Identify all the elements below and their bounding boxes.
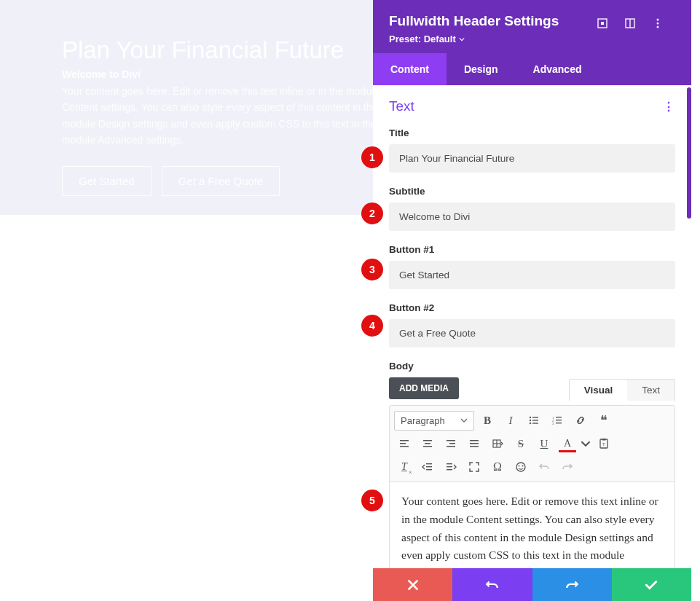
indent-icon[interactable] <box>441 457 461 477</box>
chevron-down-icon <box>459 36 465 42</box>
svg-rect-23 <box>425 443 430 444</box>
save-button[interactable] <box>612 568 691 601</box>
svg-rect-1 <box>601 22 604 25</box>
svg-point-4 <box>657 19 659 21</box>
redo-button[interactable] <box>532 568 612 601</box>
svg-rect-39 <box>426 469 432 470</box>
svg-rect-26 <box>449 443 455 444</box>
paragraph-select[interactable]: Paragraph <box>394 411 474 431</box>
editor-toolbar: Paragraph B I 123 ❝ S <box>389 405 675 482</box>
link-icon[interactable] <box>570 410 591 431</box>
emoji-icon[interactable] <box>511 457 531 477</box>
panel-header-icons <box>597 17 664 29</box>
svg-rect-27 <box>447 446 455 447</box>
numbered-list-icon[interactable]: 123 <box>547 410 567 431</box>
button2-field[interactable] <box>389 319 675 347</box>
svg-text:3: 3 <box>552 422 554 425</box>
svg-point-11 <box>530 423 531 424</box>
svg-rect-12 <box>532 423 538 423</box>
cancel-button[interactable] <box>373 568 452 601</box>
svg-rect-24 <box>423 446 432 447</box>
align-center-icon[interactable] <box>417 433 438 454</box>
editor-tab-text[interactable]: Text <box>627 380 675 401</box>
subtitle-field[interactable] <box>389 203 675 231</box>
align-left-icon[interactable] <box>394 433 414 454</box>
svg-point-9 <box>530 420 531 421</box>
add-media-button[interactable]: ADD MEDIA <box>389 377 459 399</box>
svg-rect-25 <box>447 440 455 441</box>
bold-icon[interactable]: B <box>477 410 498 431</box>
column-icon[interactable] <box>624 17 636 29</box>
svg-rect-20 <box>400 443 406 444</box>
editor-tab-visual[interactable]: Visual <box>570 380 628 401</box>
svg-rect-41 <box>447 466 452 467</box>
expand-icon[interactable] <box>597 17 608 29</box>
svg-text:T: T <box>602 442 605 447</box>
svg-rect-8 <box>532 417 538 417</box>
tab-content[interactable]: Content <box>373 53 447 85</box>
label-subtitle: Subtitle <box>389 186 675 197</box>
panel-tabs: Content Design Advanced <box>373 53 691 85</box>
annotation-badge-2: 2 <box>361 203 383 224</box>
svg-rect-14 <box>556 417 562 417</box>
svg-rect-16 <box>556 420 562 420</box>
svg-rect-18 <box>556 423 562 423</box>
undo-button[interactable] <box>452 568 532 601</box>
section-title-text[interactable]: Text <box>389 98 414 114</box>
panel-footer <box>373 568 691 601</box>
paragraph-select-label: Paragraph <box>401 415 445 426</box>
table-icon[interactable] <box>487 433 508 454</box>
label-title: Title <box>389 127 675 138</box>
settings-panel: Fullwidth Header Settings Preset: Defaul… <box>373 0 691 601</box>
label-body: Body <box>389 361 675 372</box>
panel-body: Text ⋮ Title Subtitle Button #1 Button #… <box>373 85 691 568</box>
clear-formatting-icon[interactable]: T× <box>394 457 414 477</box>
fullscreen-icon[interactable] <box>464 457 484 477</box>
special-char-icon[interactable]: Ω <box>487 457 508 477</box>
tab-advanced[interactable]: Advanced <box>516 53 599 85</box>
annotation-badge-4: 4 <box>361 315 383 337</box>
svg-rect-19 <box>400 440 409 441</box>
redo-icon[interactable] <box>557 457 578 477</box>
kebab-menu-icon[interactable] <box>652 17 664 29</box>
annotation-badge-5: 5 <box>361 490 383 511</box>
underline-icon[interactable]: U <box>534 433 554 454</box>
hero-button-1[interactable]: Get Started <box>62 166 152 196</box>
svg-rect-22 <box>423 440 432 441</box>
align-right-icon[interactable] <box>441 433 461 454</box>
section-menu-icon[interactable]: ⋮ <box>663 100 675 114</box>
button1-field[interactable] <box>389 261 675 289</box>
panel-header: Fullwidth Header Settings Preset: Defaul… <box>373 0 691 53</box>
svg-rect-42 <box>447 469 452 470</box>
title-field[interactable] <box>389 144 675 173</box>
bullet-list-icon[interactable] <box>524 410 544 431</box>
body-editor[interactable]: Your content goes here. Edit or remove t… <box>389 482 675 568</box>
chevron-down-icon <box>460 417 468 424</box>
svg-rect-35 <box>602 439 606 441</box>
svg-rect-10 <box>532 420 538 420</box>
svg-point-43 <box>516 463 525 471</box>
preset-dropdown[interactable]: Preset: Default <box>389 34 675 44</box>
svg-point-6 <box>657 26 659 28</box>
svg-point-44 <box>519 466 520 467</box>
svg-point-5 <box>657 23 659 25</box>
hero-button-2[interactable]: Get a Free Quote <box>162 166 280 196</box>
panel-scrollbar[interactable] <box>687 87 691 219</box>
label-button2: Button #2 <box>389 302 675 313</box>
strikethrough-icon[interactable]: S <box>511 433 531 454</box>
svg-rect-28 <box>470 440 479 441</box>
tab-design[interactable]: Design <box>447 53 516 85</box>
italic-icon[interactable]: I <box>500 410 521 431</box>
align-justify-icon[interactable] <box>464 433 484 454</box>
text-color-arrow-icon[interactable] <box>581 433 591 454</box>
svg-rect-37 <box>426 463 432 464</box>
preset-label: Preset: Default <box>389 34 456 44</box>
blockquote-icon[interactable]: ❝ <box>594 410 614 431</box>
undo-icon[interactable] <box>534 457 554 477</box>
svg-point-45 <box>522 466 524 467</box>
svg-rect-40 <box>447 463 452 464</box>
outdent-icon[interactable] <box>417 457 438 477</box>
paste-icon[interactable]: T <box>594 433 614 454</box>
text-color-icon[interactable]: A <box>557 433 578 454</box>
svg-rect-29 <box>470 443 479 444</box>
